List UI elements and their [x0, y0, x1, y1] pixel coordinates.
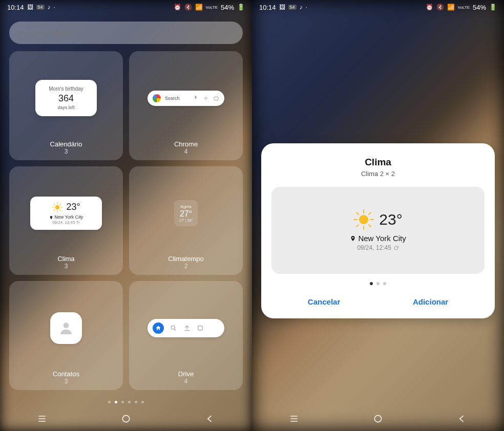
- mute-icon: 🔇: [436, 4, 444, 11]
- contact-preview: [50, 312, 82, 344]
- widget-label: Chrome: [174, 140, 198, 148]
- svg-line-23: [356, 225, 359, 227]
- tiktok-icon: ♪: [48, 4, 51, 11]
- svg-rect-14: [198, 326, 202, 330]
- widget-label: Drive: [178, 370, 194, 378]
- modal-page-indicator[interactable]: [271, 282, 485, 285]
- climatempo-preview: Agora 27° 17° | 30°: [174, 200, 198, 226]
- widget-count: 3: [65, 378, 68, 385]
- upload-icon: [183, 325, 191, 332]
- image-icon: 🖼: [279, 4, 285, 11]
- tiktok-icon: ♪: [300, 4, 303, 11]
- drive-preview: [148, 319, 224, 337]
- status-time: 10:14: [7, 4, 24, 11]
- widget-count: 2: [184, 263, 188, 270]
- svg-line-22: [369, 225, 371, 227]
- alarm-icon: ⏰: [426, 4, 433, 11]
- modal-subtitle: Clima 2 × 2: [271, 170, 485, 178]
- widget-label: Clima: [57, 255, 74, 263]
- status-time: 10:14: [259, 4, 276, 11]
- calendario-preview: Mom's birthday 364 days left: [35, 80, 97, 116]
- pin-icon: [350, 235, 356, 242]
- svg-point-12: [171, 326, 175, 329]
- modal-timestamp: 09/24, 12:45: [357, 244, 399, 251]
- refresh-icon: [393, 245, 399, 251]
- phone-right: 10:14 🖼 54 ♪ · ⏰ 🔇 📶 VoLTE 54% 🔋 Clima C…: [252, 0, 504, 431]
- wifi-icon: 📶: [447, 4, 455, 11]
- page-indicator: [0, 401, 252, 403]
- widget-drive[interactable]: Drive 4: [129, 281, 243, 390]
- svg-rect-1: [214, 97, 218, 100]
- modal-temp: 23°: [379, 211, 402, 228]
- mute-icon: 🔇: [184, 4, 192, 11]
- widget-label: Contatos: [53, 370, 79, 378]
- widget-calendario[interactable]: Mom's birthday 364 days left Calendário …: [9, 51, 123, 160]
- search-input[interactable]: [18, 29, 224, 37]
- widget-climatempo[interactable]: Agora 27° 17° | 30° Climatempo 2: [129, 166, 243, 275]
- svg-point-16: [359, 215, 368, 224]
- nav-bar: [252, 408, 504, 431]
- chrome-preview: Search: [148, 91, 224, 106]
- modal-title: Clima: [271, 157, 485, 168]
- add-button[interactable]: Adicionar: [407, 294, 454, 309]
- nav-bar: [0, 408, 252, 431]
- nav-home[interactable]: [121, 414, 131, 426]
- battery-text: 54%: [221, 4, 234, 11]
- svg-line-13: [175, 329, 176, 331]
- sun-icon: [353, 209, 374, 230]
- nav-recent[interactable]: [289, 414, 299, 426]
- search-bar[interactable]: ⋮: [9, 21, 243, 44]
- clima-preview: 23° New York City 09/24, 12:45 ↻: [30, 197, 102, 230]
- nav-recent[interactable]: [37, 414, 47, 426]
- widget-count: 4: [184, 378, 188, 385]
- nav-back[interactable]: [205, 414, 215, 426]
- google-logo-icon: [153, 94, 161, 102]
- status-bar: 10:14 🖼 54 ♪ · ⏰ 🔇 📶 VoLTE 54% 🔋: [252, 0, 504, 14]
- more-icon: ·: [306, 4, 307, 11]
- badge-54: 54: [36, 5, 45, 10]
- person-icon: [58, 320, 74, 336]
- modal-city: New York City: [350, 234, 406, 243]
- pin-icon: [49, 216, 53, 220]
- widget-picker-modal: Clima Clima 2 × 2 23° New York City 09/2…: [261, 143, 495, 318]
- svg-point-15: [122, 415, 129, 422]
- battery-text: 54%: [473, 4, 486, 11]
- nav-back[interactable]: [457, 414, 467, 426]
- image-icon: 🖼: [27, 4, 33, 11]
- svg-point-25: [374, 415, 381, 422]
- widget-count: 3: [65, 148, 68, 155]
- widget-count: 4: [184, 148, 188, 155]
- lens-icon: [203, 95, 209, 101]
- alarm-icon: ⏰: [174, 4, 181, 11]
- svg-line-7: [54, 204, 55, 205]
- widget-label: Calendário: [50, 140, 82, 148]
- search-more-icon[interactable]: ⋮: [224, 27, 234, 38]
- status-bar: 10:14 🖼 54 ♪ · ⏰ 🔇 📶 VoLTE 54% 🔋: [0, 0, 252, 14]
- widget-count: 3: [65, 263, 68, 270]
- widget-clima[interactable]: 23° New York City 09/24, 12:45 ↻ Clima 3: [9, 166, 123, 275]
- svg-point-2: [55, 205, 60, 210]
- cancel-button[interactable]: Cancelar: [302, 294, 346, 309]
- wifi-icon: 📶: [195, 4, 203, 11]
- search-icon: [170, 325, 177, 332]
- widget-label: Climatempo: [168, 255, 203, 263]
- nav-home[interactable]: [373, 414, 383, 426]
- widget-chrome[interactable]: Search Chrome 4: [129, 51, 243, 160]
- network-label: VoLTE: [206, 5, 218, 10]
- scan-icon: [197, 325, 204, 332]
- camera-icon: [213, 95, 219, 101]
- sun-icon: [52, 202, 63, 213]
- more-icon: ·: [54, 4, 55, 11]
- mic-icon: [193, 95, 199, 101]
- widget-contatos[interactable]: Contatos 3: [9, 281, 123, 390]
- svg-line-10: [60, 204, 61, 205]
- battery-icon: 🔋: [237, 4, 245, 11]
- battery-icon: 🔋: [489, 4, 497, 11]
- modal-widget-preview[interactable]: 23° New York City 09/24, 12:45: [271, 187, 485, 274]
- drive-home-icon: [153, 322, 164, 334]
- phone-left: 10:14 🖼 54 ♪ · ⏰ 🔇 📶 VoLTE 54% 🔋 ⋮ Mom's…: [0, 0, 252, 431]
- svg-point-11: [64, 322, 69, 328]
- badge-54: 54: [288, 5, 297, 10]
- svg-point-0: [205, 97, 207, 99]
- svg-line-24: [369, 212, 371, 214]
